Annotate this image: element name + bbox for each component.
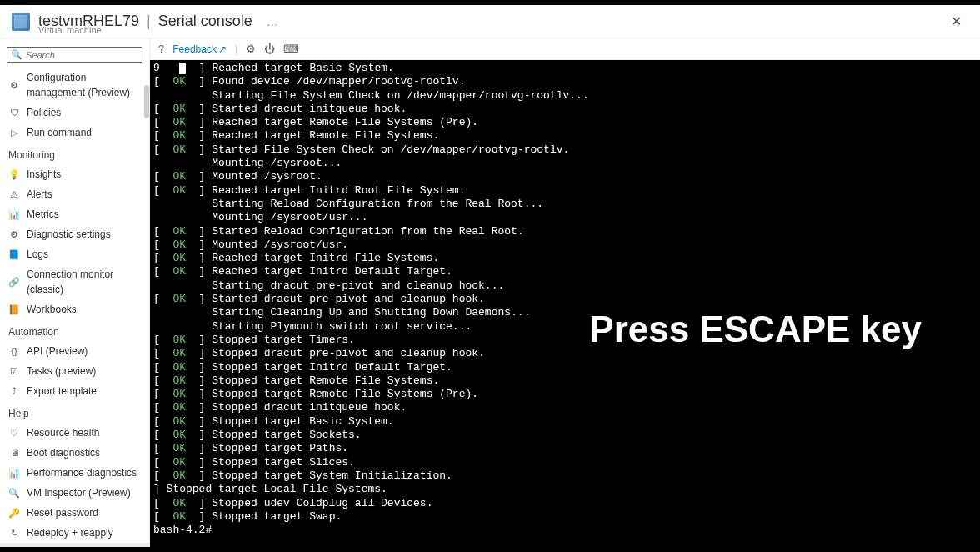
vm-icon — [12, 13, 30, 31]
sidebar-item[interactable]: 🛡Policies — [0, 103, 149, 123]
toolbar: ? Feedback↗ | ⚙ ⏻ ⌨ — [150, 38, 980, 60]
nav-icon: 📊 — [8, 467, 20, 479]
nav-icon: ☑ — [8, 365, 20, 377]
sidebar-item[interactable]: 📊Metrics — [0, 204, 149, 224]
nav-label: Alerts — [27, 187, 52, 202]
nav-label: Performance diagnostics — [27, 465, 137, 480]
nav-icon: 🔗 — [8, 276, 20, 288]
nav-label: Reset password — [27, 505, 98, 520]
nav-section-header: Monitoring — [0, 143, 149, 164]
more-icon[interactable]: … — [267, 15, 278, 28]
sidebar-item[interactable]: 🔍VM Inspector (Preview) — [0, 483, 149, 503]
power-icon[interactable]: ⏻ — [264, 43, 275, 55]
nav-label: Configuration management (Preview) — [27, 70, 141, 100]
resource-type: Virtual machine — [38, 25, 102, 35]
nav-label: Export template — [27, 384, 97, 399]
nav-icon: ↻ — [8, 527, 20, 539]
blade-header: testvmRHEL79 | Serial console … Virtual … — [0, 5, 980, 38]
nav-label: Resource health — [27, 425, 99, 440]
sidebar-item[interactable]: 📘Logs — [0, 244, 149, 264]
search-icon: 🔍 — [11, 49, 22, 60]
nav-icon: ⚙ — [8, 228, 20, 240]
search-input[interactable] — [26, 50, 138, 60]
nav-icon: {} — [8, 345, 20, 357]
sidebar-item[interactable]: 📊Performance diagnostics — [0, 463, 149, 483]
sidebar-item[interactable]: 📙Workbooks — [0, 299, 149, 319]
sidebar-item[interactable]: ☑Tasks (preview) — [0, 361, 149, 381]
nav-icon: ⚙ — [8, 79, 20, 91]
nav-label: Metrics — [27, 207, 59, 222]
nav-label: Logs — [27, 247, 48, 262]
help-icon[interactable]: ? — [158, 43, 164, 55]
close-button[interactable]: ✕ — [944, 10, 968, 33]
sidebar-item[interactable]: ▷Run command — [0, 123, 149, 143]
nav-icon: 📙 — [8, 304, 20, 315]
nav-label: Workbooks — [27, 302, 77, 317]
feedback-button[interactable]: Feedback↗ — [172, 43, 227, 55]
nav-icon: 📊 — [8, 208, 20, 220]
nav-section-header: Automation — [0, 319, 149, 341]
sidebar-item[interactable]: 🖥Boot diagnostics — [0, 443, 149, 463]
sidebar-item[interactable]: ⚙Diagnostic settings — [0, 224, 149, 244]
sidebar-item[interactable]: ⤴Export template — [0, 381, 149, 401]
sidebar-item[interactable]: {}API (Preview) — [0, 341, 149, 361]
nav-icon: 💡 — [8, 168, 20, 180]
nav-icon: ▷ — [8, 127, 20, 138]
nav-label: VM Inspector (Preview) — [27, 485, 131, 500]
sidebar-item[interactable]: ↻Redeploy + reapply — [0, 523, 149, 543]
nav-icon: 🛡 — [8, 107, 20, 118]
sidebar-item[interactable]: 💡Insights — [0, 164, 149, 184]
sidebar-item[interactable]: 🔗Connection monitor (classic) — [0, 264, 149, 299]
serial-console-output[interactable]: 9 ] Reached target Basic System. [ OK ] … — [150, 60, 980, 550]
nav-label: Run command — [27, 125, 92, 140]
keyboard-icon[interactable]: ⌨ — [283, 43, 299, 55]
sidebar-item[interactable]: ⚠Alerts — [0, 184, 149, 204]
nav-icon: 🖥 — [8, 447, 20, 459]
sidebar-item[interactable]: ⚙Configuration management (Preview) — [0, 68, 149, 103]
nav-label: Diagnostic settings — [27, 227, 111, 242]
nav-label: Policies — [27, 105, 61, 120]
nav-icon: ⚠ — [8, 188, 20, 200]
nav-icon: 🔍 — [8, 487, 20, 499]
sidebar-item[interactable]: ♡Resource health — [0, 423, 149, 443]
nav-label: Boot diagnostics — [27, 445, 100, 460]
nav-icon: ⤴ — [8, 385, 20, 397]
nav-icon: ♡ — [8, 427, 20, 439]
settings-icon[interactable]: ⚙ — [246, 43, 256, 55]
sidebar: 🔍 ⚙Configuration management (Preview)🛡Po… — [0, 38, 150, 550]
nav-section-header: Help — [0, 401, 149, 423]
nav-label: Insights — [27, 167, 61, 182]
nav-label: Tasks (preview) — [27, 364, 96, 379]
nav-label: API (Preview) — [27, 344, 88, 359]
nav-label: Redeploy + reapply — [27, 525, 113, 540]
nav-label: Connection monitor (classic) — [27, 267, 141, 297]
sidebar-item[interactable]: 🔑Reset password — [0, 503, 149, 523]
nav-icon: 🔑 — [8, 507, 20, 519]
search-box[interactable]: 🔍 — [7, 47, 142, 63]
nav-icon: 📘 — [8, 248, 20, 260]
scrollbar-thumb[interactable] — [144, 85, 149, 118]
